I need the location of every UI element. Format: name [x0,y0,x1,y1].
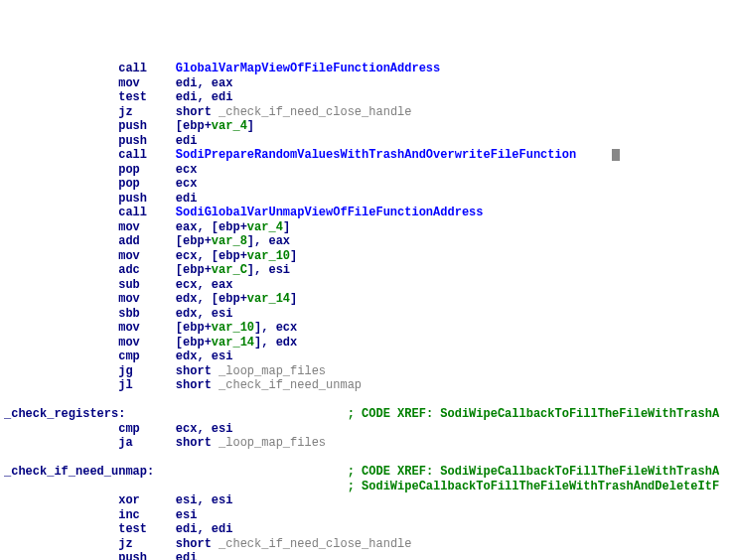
register-operand: edi [176,192,198,206]
stack-variable: var_10 [247,249,290,263]
disassembly-view: call GlobalVarMapViewOfFileFunctionAddre… [4,62,729,560]
code-line: jl short _check_if_need_unmap [4,378,729,393]
register-operand: ecx, eax [176,278,233,292]
register-operand: ecx [176,163,198,177]
register-operand: ecx, esi [176,422,233,436]
code-line: adc [ebp+var_C], esi [4,263,729,278]
mnemonic: call [118,62,176,75]
label-reference: _check_if_need_close_handle [219,537,411,551]
symbol-reference: SodiPrepareRandomValuesWithTrashAndOverw… [176,148,576,162]
xref-comment: ; CODE XREF: SodiWipeCallbackToFillTheFi… [348,465,719,479]
register-operand: edi [176,551,198,560]
xref-comment: ; CODE XREF: SodiWipeCallbackToFillTheFi… [348,407,719,421]
mnemonic: cmp [118,350,176,363]
register-operand: edx, esi [176,350,233,363]
code-line: cmp ecx, esi [4,422,729,437]
mnemonic: sbb [118,307,176,321]
stack-variable: var_14 [212,336,254,350]
register-operand: edi [176,134,198,148]
register-operand: edx, esi [176,307,233,321]
stack-variable: var_4 [212,119,247,133]
code-line: mov [ebp+var_14], edx [4,336,729,350]
mnemonic: add [118,234,176,248]
mnemonic: pop [118,177,176,191]
mnemonic: jg [118,364,176,378]
code-line: add [ebp+var_8], eax [4,234,729,249]
code-line: pop ecx [4,163,729,178]
mnemonic: jl [118,378,176,392]
mnemonic: call [118,206,176,219]
register-operand: esi [176,508,198,522]
code-line: mov ecx, [ebp+var_10] [4,249,729,264]
mnemonic: inc [118,508,176,522]
code-line: mov edi, eax [4,76,729,91]
mnemonic: mov [118,220,176,234]
text-cursor [612,149,620,161]
mnemonic: push [118,119,176,133]
mnemonic: adc [118,263,176,277]
stack-variable: var_C [212,263,247,277]
code-line: mov eax, [ebp+var_4] [4,220,729,235]
code-line: call GlobalVarMapViewOfFileFunctionAddre… [4,62,729,76]
mnemonic: test [118,522,176,536]
mnemonic: push [118,134,176,148]
stack-variable: var_10 [212,321,254,335]
label-reference: _check_if_need_unmap [219,378,362,392]
mnemonic: mov [118,76,176,90]
code-line: test edi, edi [4,522,729,537]
mnemonic: jz [118,537,176,551]
code-line: sub ecx, eax [4,278,729,293]
label-reference: _loop_map_files [219,364,326,378]
mnemonic: call [118,148,176,162]
code-line: push edi [4,551,729,560]
register-operand: esi, esi [176,493,233,507]
code-line: jz short _check_if_need_close_handle [4,105,729,120]
code-line: pop ecx [4,177,729,192]
mnemonic: mov [118,249,176,263]
code-line: cmp edx, esi [4,350,729,364]
mnemonic: push [118,551,176,560]
code-line: call SodiPrepareRandomValuesWithTrashAnd… [4,148,729,163]
label-reference: _check_if_need_close_handle [219,105,411,119]
code-line: mov edx, [ebp+var_14] [4,292,729,307]
code-line: inc esi [4,508,729,523]
mnemonic: ja [118,436,176,450]
mnemonic: push [118,192,176,206]
code-label: _check_if_need_unmap: [4,465,154,479]
mnemonic: cmp [118,422,176,436]
mnemonic: sub [118,278,176,292]
code-line: ; SodiWipeCallbackToFillTheFileWithTrash… [4,480,729,494]
mnemonic: mov [118,336,176,350]
register-operand: edi, edi [176,522,233,536]
code-line: push [ebp+var_4] [4,119,729,134]
code-line: jz short _check_if_need_close_handle [4,537,729,552]
symbol-reference: SodiGlobalVarUnmapViewOfFileFunctionAddr… [176,206,484,219]
code-line: push edi [4,134,729,149]
code-line: mov [ebp+var_10], ecx [4,321,729,336]
mnemonic: test [118,90,176,104]
stack-variable: var_8 [212,234,247,248]
mnemonic: mov [118,321,176,335]
code-line: test edi, edi [4,90,729,105]
code-line [4,393,729,408]
symbol-reference: GlobalVarMapViewOfFileFunctionAddress [176,62,440,75]
mnemonic: pop [118,163,176,177]
code-line: jg short _loop_map_files [4,364,729,379]
register-operand: edi, edi [176,90,233,104]
code-line: push edi [4,192,729,207]
register-operand: ecx [176,177,198,191]
stack-variable: var_4 [247,220,283,234]
code-line: _check_if_need_unmap: ; CODE XREF: SodiW… [4,465,729,480]
register-operand: edi, eax [176,76,233,90]
code-line: ja short _loop_map_files [4,436,729,451]
mnemonic: xor [118,493,176,507]
code-label: _check_registers: [4,407,125,421]
code-line: call SodiGlobalVarUnmapViewOfFileFunctio… [4,206,729,220]
mnemonic: mov [118,292,176,306]
code-line: sbb edx, esi [4,307,729,322]
code-line: xor esi, esi [4,493,729,508]
xref-comment: ; SodiWipeCallbackToFillTheFileWithTrash… [348,480,719,493]
label-reference: _loop_map_files [219,436,326,450]
code-line: _check_registers: ; CODE XREF: SodiWipeC… [4,407,729,422]
stack-variable: var_14 [247,292,290,306]
